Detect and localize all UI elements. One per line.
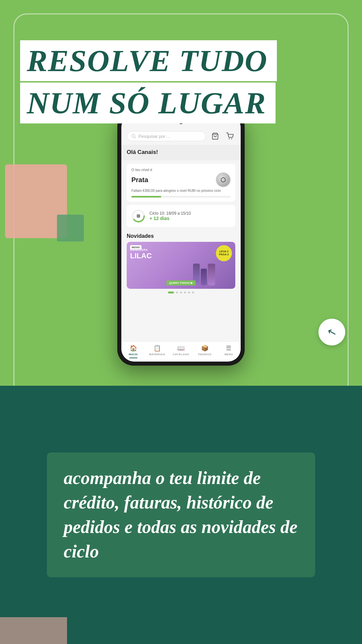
level-label: O teu nível é bbox=[131, 168, 231, 172]
nav-item-pedidos[interactable]: 📦 PEDIDOS bbox=[193, 344, 217, 358]
dot-1-active[interactable] bbox=[168, 291, 174, 293]
basket-icon bbox=[212, 132, 219, 140]
level-row: Prata ⬡ bbox=[131, 172, 231, 187]
cycle-info: Ciclo 10: 18/09 a 15/10 + 12 dias bbox=[149, 211, 231, 221]
bottom-navigation: 🏠 INICIO 📋 MATERIAIS 📖 CATÁLOGO bbox=[121, 341, 241, 362]
nav-item-menu[interactable]: ☰ MENU bbox=[217, 344, 241, 358]
banner-leva-line2: PAGA 2 bbox=[219, 253, 229, 256]
nav-label-materiais: MATERIAIS bbox=[149, 353, 165, 356]
nav-item-inicio[interactable]: 🏠 INICIO bbox=[121, 344, 145, 358]
svg-line-1 bbox=[134, 137, 136, 138]
banner-subtitle: LILAC bbox=[130, 252, 152, 260]
bottom-text-box: acompanha o teu limite de crédito, fatur… bbox=[47, 452, 315, 577]
nav-label-menu: MENU bbox=[225, 353, 233, 356]
dot-2[interactable] bbox=[176, 291, 178, 293]
nav-label-pedidos: PEDIDOS bbox=[198, 353, 212, 356]
search-placeholder-text: Pesquisar por ... bbox=[138, 134, 170, 139]
title-line2: NUM SÓ LUGAR bbox=[20, 83, 276, 123]
cycle-days: + 12 dias bbox=[149, 216, 231, 221]
bottom-pink-accent bbox=[0, 617, 67, 644]
top-section: RESOLVE TUDO NUM SÓ LUGAR bbox=[0, 0, 362, 386]
search-box[interactable]: Pesquisar por ... bbox=[127, 131, 206, 141]
carousel-dots bbox=[127, 291, 235, 293]
phone-screen: Pesquisar por ... bbox=[121, 115, 241, 362]
cycle-progress-svg bbox=[131, 209, 145, 223]
cycle-card: Ciclo 10: 18/09 a 15/10 + 12 dias bbox=[127, 205, 235, 227]
svg-rect-7 bbox=[137, 214, 140, 218]
banner-brand-text: natbioSPA LILAC bbox=[130, 249, 152, 260]
level-name: Prata bbox=[131, 176, 148, 184]
cycle-icon bbox=[131, 209, 145, 223]
novidades-section: Novidades NOVO natbioSPA LILAC LEVA 3 PA… bbox=[121, 230, 241, 296]
nav-icon-materiais: 📋 bbox=[154, 344, 161, 352]
progress-bar-background bbox=[131, 196, 231, 198]
progress-bar-fill bbox=[131, 196, 161, 198]
nav-active-indicator bbox=[129, 358, 137, 358]
nav-icon-pedidos: 📦 bbox=[201, 344, 208, 352]
greeting-text: Olá Canais! bbox=[127, 149, 158, 155]
banner-cta-button[interactable]: QUERO TODOS! ▶ bbox=[167, 280, 196, 285]
screen-content: Pesquisar por ... bbox=[121, 115, 241, 362]
product-bottle-3 bbox=[208, 264, 215, 285]
level-description: Faltam €300,00 para atingires o nível RU… bbox=[131, 189, 231, 193]
novidades-title: Novidades bbox=[127, 233, 235, 239]
headline-line2: NUM SÓ LUGAR bbox=[27, 86, 266, 120]
bottom-description-text: acompanha o teu limite de crédito, fatur… bbox=[64, 466, 298, 564]
deco-green-rectangle bbox=[57, 215, 84, 241]
phone-device: Pesquisar por ... bbox=[117, 111, 245, 366]
basket-button[interactable] bbox=[210, 131, 221, 142]
phone-mockup-wrapper: Pesquisar por ... bbox=[117, 111, 245, 366]
dot-5[interactable] bbox=[188, 291, 190, 293]
dot-6[interactable] bbox=[192, 291, 194, 293]
nav-item-materiais[interactable]: 📋 MATERIAIS bbox=[145, 344, 169, 358]
nav-label-inicio: INICIO bbox=[129, 353, 138, 356]
dot-3[interactable] bbox=[180, 291, 182, 293]
svg-point-3 bbox=[229, 138, 230, 139]
bottom-section: acompanha o teu limite de crédito, fatur… bbox=[0, 386, 362, 644]
level-badge-icon: ⬡ bbox=[216, 172, 231, 187]
nav-label-catalogo: CATÁLOGO bbox=[173, 353, 189, 356]
nav-item-catalogo[interactable]: 📖 CATÁLOGO bbox=[169, 344, 193, 358]
title-line1: RESOLVE TUDO bbox=[20, 40, 277, 81]
svg-point-4 bbox=[231, 138, 232, 139]
greeting-area: Olá Canais! bbox=[121, 145, 241, 160]
nav-icon-home: 🏠 bbox=[130, 344, 137, 352]
cart-button[interactable] bbox=[225, 131, 235, 142]
headline-line1: RESOLVE TUDO bbox=[27, 44, 267, 78]
nav-icon-catalogo: 📖 bbox=[177, 344, 185, 352]
click-cursor-indicator: ↖ bbox=[318, 319, 345, 345]
banner-promo-badge: LEVA 3 PAGA 2 bbox=[216, 245, 232, 261]
cart-icon bbox=[226, 132, 234, 140]
cursor-icon: ↖ bbox=[326, 325, 338, 339]
cycle-title: Ciclo 10: 18/09 a 15/10 bbox=[149, 211, 231, 216]
dot-4[interactable] bbox=[184, 291, 186, 293]
title-area: RESOLVE TUDO NUM SÓ LUGAR bbox=[20, 40, 277, 123]
nav-icon-menu: ☰ bbox=[226, 344, 231, 352]
search-icon bbox=[131, 133, 136, 139]
product-banner[interactable]: NOVO natbioSPA LILAC LEVA 3 PAGA 2 bbox=[127, 242, 235, 289]
search-bar-row: Pesquisar por ... bbox=[121, 127, 241, 145]
banner-products bbox=[193, 264, 215, 285]
product-bottle-2 bbox=[201, 269, 207, 285]
level-card: O teu nível é Prata ⬡ Faltam €300,00 par… bbox=[127, 164, 235, 202]
